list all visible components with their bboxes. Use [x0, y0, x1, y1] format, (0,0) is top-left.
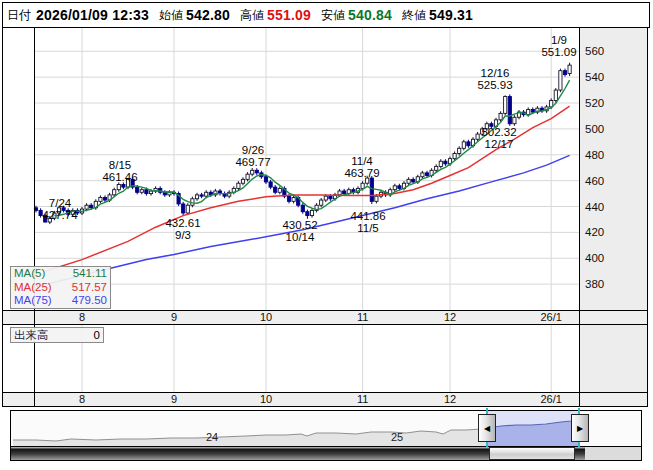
ma-legend: MA(5)541.11 MA(25)517.57 MA(75)479.50 — [10, 266, 111, 309]
right-arrow-icon: ▶ — [577, 424, 583, 433]
candle — [246, 174, 249, 179]
ma75-value: 479.50 — [72, 294, 107, 308]
price-annotation: 7/24 — [49, 197, 72, 209]
ma25-label: MA(25) — [14, 281, 52, 295]
y-axis-tick-label: 460 — [585, 175, 604, 187]
stock-chart-window: { "header": { "date_label": "日付", "date_… — [0, 0, 653, 470]
candle — [301, 205, 304, 211]
left-arrow-icon: ◀ — [484, 424, 490, 433]
navigator-right-handle[interactable]: ▶ — [571, 414, 589, 442]
y-axis-tick-label: 400 — [585, 252, 604, 264]
panel-border — [34, 393, 35, 406]
price-annotation: 441.86 — [350, 210, 385, 222]
candle — [182, 204, 185, 213]
close-value: 549.31 — [429, 7, 473, 23]
price-annotation: 10/14 — [286, 231, 315, 243]
price-annotation: 525.93 — [477, 79, 512, 91]
scrollbar-thumb[interactable] — [489, 447, 575, 460]
volume-value: 0 — [94, 328, 100, 342]
range-navigator[interactable]: 2425 — [10, 410, 642, 447]
y-axis-tick-label: 440 — [585, 201, 604, 213]
candle — [393, 186, 396, 190]
candle — [504, 97, 507, 114]
candle — [467, 142, 470, 146]
x-axis-months-top: 8910111226/1 — [2, 310, 648, 325]
candle — [453, 153, 456, 158]
candle — [306, 212, 309, 216]
price-annotation: 11/4 — [351, 155, 373, 167]
candle — [324, 196, 327, 200]
candle — [274, 187, 277, 192]
open-value: 542.80 — [186, 7, 230, 23]
candle — [145, 190, 148, 194]
price-annotation: 8/15 — [109, 159, 131, 171]
candle — [205, 192, 208, 196]
price-annotation: 463.79 — [344, 167, 379, 179]
candle — [407, 179, 410, 183]
candle — [425, 173, 428, 176]
candle — [375, 196, 378, 201]
candle — [338, 191, 341, 195]
navigator-left-handle[interactable]: ◀ — [478, 414, 496, 442]
panel-border — [579, 311, 580, 324]
candle — [200, 195, 203, 196]
candle — [444, 161, 447, 164]
ma75-label: MA(75) — [14, 294, 52, 308]
ma5-label: MA(5) — [14, 267, 45, 281]
candle — [421, 173, 424, 177]
ma25-value: 517.57 — [72, 281, 107, 295]
price-annotation: 469.77 — [235, 156, 270, 168]
price-annotation: 430.52 — [282, 219, 317, 231]
candle — [255, 170, 258, 173]
candle — [435, 166, 438, 170]
y-axis-tick-label: 380 — [585, 278, 604, 290]
candle — [287, 196, 290, 201]
candle — [370, 178, 373, 201]
x-axis-months-bottom: 8910111226/1 — [2, 392, 648, 407]
y-axis-tick-label: 480 — [585, 149, 604, 161]
navigator-year-label: 24 — [206, 431, 218, 443]
candle — [439, 161, 442, 166]
candle — [136, 187, 139, 192]
date-label: 日付 — [7, 7, 31, 24]
candle — [186, 205, 189, 213]
y-axis-tick-label: 520 — [585, 97, 604, 109]
volume-legend: 出来高 0 — [10, 327, 104, 343]
x-axis-tick-label: 11 — [341, 393, 385, 406]
candle — [292, 197, 295, 201]
candle — [85, 205, 88, 209]
navigator-minichart — [11, 411, 641, 446]
date-value: 2026/01/09 12:33 — [36, 7, 149, 23]
price-annotation: 11/5 — [357, 222, 379, 234]
candle — [140, 190, 143, 193]
candle — [103, 197, 106, 200]
candle — [310, 210, 313, 215]
horizontal-scrollbar[interactable] — [10, 447, 642, 461]
low-value: 540.84 — [348, 7, 392, 23]
candle — [412, 179, 415, 182]
price-annotation: 9/3 — [175, 229, 191, 241]
candle — [343, 191, 346, 194]
candle — [361, 183, 364, 188]
candle — [499, 113, 502, 119]
x-axis-tick-label: 10 — [244, 393, 288, 406]
price-annotation: 461.46 — [102, 171, 137, 183]
candle — [513, 117, 516, 123]
candle — [90, 205, 93, 208]
x-axis-tick-label: 9 — [152, 393, 196, 406]
candle — [251, 170, 254, 174]
high-label: 高値 — [240, 7, 264, 24]
ma5-value: 541.11 — [73, 267, 107, 281]
x-axis-tick-label: 10 — [244, 311, 288, 324]
price-annotation: 432.61 — [165, 217, 200, 229]
price-annotation: 9/26 — [242, 144, 264, 156]
y-axis-tick-label: 540 — [585, 71, 604, 83]
price-annotation: 12/16 — [481, 67, 510, 79]
candle — [99, 197, 102, 201]
price-annotation: 12/17 — [485, 138, 514, 150]
price-annotation: 1/9 — [551, 34, 567, 46]
low-label: 安値 — [321, 7, 345, 24]
price-annotation: 502.32 — [481, 126, 516, 138]
navigator-year-label: 25 — [391, 431, 403, 443]
x-axis-tick-label: 26/1 — [529, 311, 573, 324]
